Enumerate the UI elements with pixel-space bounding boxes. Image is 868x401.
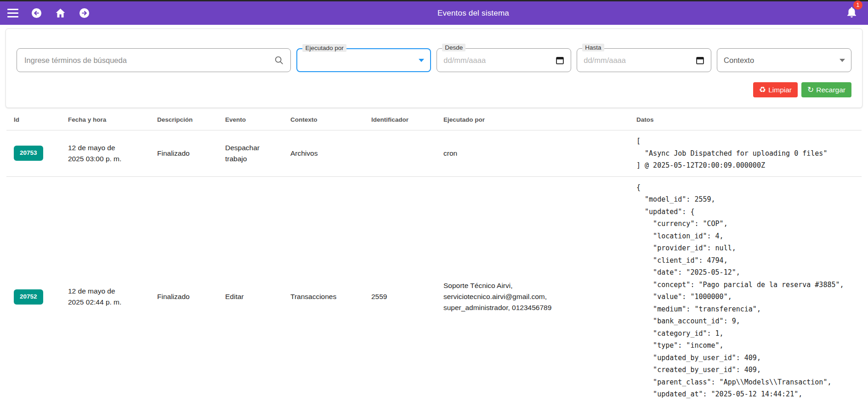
refresh-icon: ↻: [807, 86, 814, 94]
cell-identifier: 2559: [364, 176, 436, 401]
table-row[interactable]: 20753 12 de mayo de 2025 03:00 p. m. Fin…: [6, 130, 862, 177]
search-field: [17, 48, 291, 72]
filter-actions: ♻Limpiar ↻Recargar: [17, 82, 851, 97]
nav-icons-group: [7, 7, 105, 19]
executor-select[interactable]: Ejecutado por: [296, 48, 431, 72]
column-header-description: Descripción: [150, 108, 218, 130]
home-icon: [55, 7, 66, 19]
filters-panel: Ejecutado por Desde Hasta Contexto: [6, 28, 862, 108]
date-from-field: Desde: [437, 48, 571, 72]
column-header-data: Datos: [629, 108, 862, 130]
search-icon: [274, 55, 284, 65]
cell-datetime: 12 de mayo de 2025 03:00 p. m.: [68, 142, 129, 164]
column-header-datetime: Fecha y hora: [61, 108, 150, 130]
chevron-down-icon: [840, 59, 845, 62]
cell-context: Archivos: [283, 130, 364, 177]
cell-event: Editar: [218, 176, 283, 401]
reload-button-label: Recargar: [816, 86, 845, 94]
table-header-row: Id Fecha y hora Descripción Evento Conte…: [6, 108, 862, 130]
arrow-right-circle-icon: [79, 8, 90, 18]
recycle-icon: ♻: [759, 86, 766, 94]
table-row[interactable]: 20752 12 de mayo de 2025 02:44 p. m. Fin…: [6, 176, 862, 401]
page-title: Eventos del sistema: [105, 9, 842, 18]
reload-button[interactable]: ↻Recargar: [801, 82, 851, 97]
menu-button[interactable]: [7, 9, 18, 17]
cell-context: Transacciones: [283, 176, 364, 401]
date-to-input[interactable]: [584, 56, 695, 65]
search-input[interactable]: [24, 56, 274, 65]
calendar-icon[interactable]: [695, 56, 705, 65]
forward-button[interactable]: [79, 8, 90, 18]
context-select-value: Contexto: [724, 56, 754, 65]
arrow-left-circle-icon: [31, 8, 42, 18]
date-to-label: Hasta: [582, 44, 604, 51]
column-header-identifier: Identificador: [364, 108, 436, 130]
home-button[interactable]: [55, 7, 66, 19]
column-header-executed-by: Ejecutado por: [436, 108, 629, 130]
events-table: Id Fecha y hora Descripción Evento Conte…: [6, 108, 862, 401]
cell-datetime: 12 de mayo de 2025 02:44 p. m.: [68, 286, 129, 308]
cell-data-json: [ "Async Job Dispatched for uploading 0 …: [636, 135, 858, 172]
clear-button[interactable]: ♻Limpiar: [753, 82, 798, 97]
date-from-input[interactable]: [443, 56, 555, 65]
clear-button-label: Limpiar: [768, 86, 792, 94]
column-header-context: Contexto: [283, 108, 364, 130]
context-select[interactable]: Contexto: [717, 48, 851, 72]
executor-select-label: Ejecutado por: [302, 44, 346, 52]
column-header-id: Id: [6, 108, 61, 130]
cell-executed-by: cron: [436, 130, 629, 177]
hamburger-menu-icon: [7, 9, 18, 17]
date-from-label: Desde: [442, 44, 465, 51]
id-badge: 20753: [14, 146, 43, 161]
app-header: Eventos del sistema 1: [0, 1, 868, 25]
notifications-button[interactable]: 1: [845, 6, 858, 20]
back-button[interactable]: [31, 8, 42, 18]
calendar-icon[interactable]: [555, 56, 565, 65]
notification-badge: 1: [853, 0, 862, 10]
cell-identifier: [364, 130, 436, 177]
chevron-down-icon: [419, 59, 424, 62]
cell-description: Finalizado: [150, 130, 218, 177]
id-badge: 20752: [14, 289, 43, 305]
filters-row: Ejecutado por Desde Hasta Contexto: [17, 48, 851, 72]
column-header-event: Evento: [218, 108, 283, 130]
cell-executed-by: Soporte Técnico Airvi, serviciotecnico.a…: [443, 280, 562, 313]
cell-description: Finalizado: [150, 176, 218, 401]
cell-data-json: { "model_id": 2559, "updated": { "curren…: [636, 181, 858, 401]
cell-event: Despachar trabajo: [225, 142, 269, 164]
date-to-field: Hasta: [577, 48, 711, 72]
